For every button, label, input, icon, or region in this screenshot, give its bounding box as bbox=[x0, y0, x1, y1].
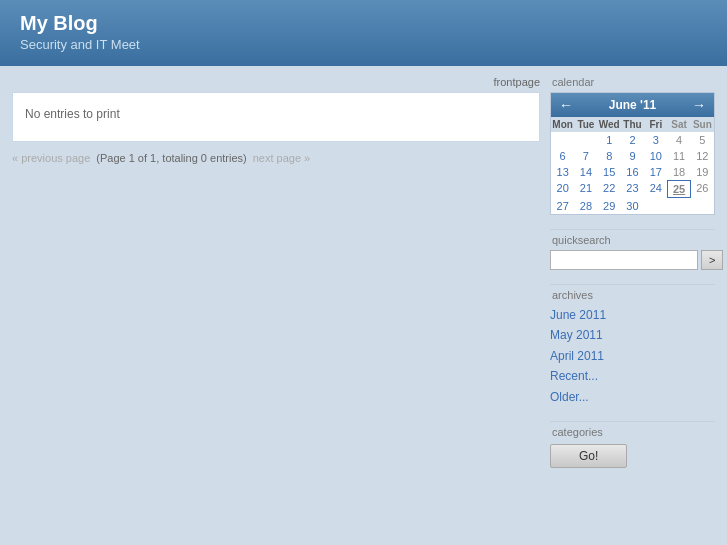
cal-day[interactable]: 18 bbox=[667, 164, 690, 180]
cal-day[interactable]: 15 bbox=[598, 164, 621, 180]
cal-day bbox=[574, 132, 597, 148]
cal-day[interactable]: 1 bbox=[598, 132, 621, 148]
cal-day-header: Thu bbox=[621, 117, 644, 132]
cal-day-header: Fri bbox=[644, 117, 667, 132]
cal-day-header: Mon bbox=[551, 117, 574, 132]
cal-day[interactable]: 17 bbox=[644, 164, 667, 180]
cal-prev-button[interactable]: ← bbox=[557, 97, 575, 113]
cal-day[interactable]: 7 bbox=[574, 148, 597, 164]
archive-link[interactable]: June 2011 bbox=[550, 305, 715, 325]
content-area: frontpage No entries to print « previous… bbox=[12, 76, 540, 482]
next-page-link[interactable]: next page » bbox=[253, 152, 311, 164]
cal-day[interactable]: 12 bbox=[691, 148, 714, 164]
cal-day[interactable]: 11 bbox=[667, 148, 690, 164]
entries-box: No entries to print bbox=[12, 92, 540, 142]
frontpage-label: frontpage bbox=[12, 76, 540, 88]
cal-day[interactable]: 8 bbox=[598, 148, 621, 164]
cal-day[interactable]: 5 bbox=[691, 132, 714, 148]
cal-day[interactable]: 3 bbox=[644, 132, 667, 148]
prev-page-link[interactable]: « previous page bbox=[12, 152, 90, 164]
go-button[interactable]: Go! bbox=[550, 444, 627, 468]
cal-day[interactable]: 10 bbox=[644, 148, 667, 164]
categories-widget: categories Go! bbox=[550, 421, 715, 468]
header: My Blog Security and IT Meet bbox=[0, 0, 727, 66]
calendar-label: calendar bbox=[550, 76, 715, 88]
cal-day[interactable]: 22 bbox=[598, 180, 621, 198]
cal-day bbox=[551, 132, 574, 148]
no-entries-text: No entries to print bbox=[25, 107, 120, 121]
archives-label: archives bbox=[550, 289, 715, 301]
calendar-days-header: MonTueWedThuFriSatSun bbox=[551, 117, 714, 132]
cal-day[interactable]: 14 bbox=[574, 164, 597, 180]
cal-day-header: Sun bbox=[691, 117, 714, 132]
cal-month-year: June '11 bbox=[609, 98, 657, 112]
archive-link[interactable]: Older... bbox=[550, 387, 715, 407]
quicksearch-widget: quicksearch > bbox=[550, 229, 715, 270]
archive-link[interactable]: May 2011 bbox=[550, 325, 715, 345]
pagination: « previous page (Page 1 of 1, totaling 0… bbox=[12, 152, 540, 164]
calendar-box: ← June '11 → MonTueWedThuFriSatSun 12345… bbox=[550, 92, 715, 215]
cal-day bbox=[691, 198, 714, 214]
sidebar: calendar ← June '11 → MonTueWedThuFriSat… bbox=[550, 76, 715, 482]
cal-day[interactable]: 19 bbox=[691, 164, 714, 180]
cal-day[interactable]: 30 bbox=[621, 198, 644, 214]
cal-day[interactable]: 29 bbox=[598, 198, 621, 214]
cal-day[interactable]: 25 bbox=[667, 180, 690, 198]
cal-next-button[interactable]: → bbox=[690, 97, 708, 113]
divider bbox=[550, 229, 715, 230]
cal-day bbox=[667, 198, 690, 214]
blog-subtitle: Security and IT Meet bbox=[20, 37, 707, 52]
cal-day[interactable]: 2 bbox=[621, 132, 644, 148]
divider3 bbox=[550, 421, 715, 422]
cal-day[interactable]: 16 bbox=[621, 164, 644, 180]
blog-title: My Blog bbox=[20, 12, 707, 35]
cal-day[interactable]: 26 bbox=[691, 180, 714, 198]
quicksearch-box: > bbox=[550, 250, 715, 270]
cal-day-header: Tue bbox=[574, 117, 597, 132]
calendar-widget: calendar ← June '11 → MonTueWedThuFriSat… bbox=[550, 76, 715, 215]
cal-day[interactable]: 6 bbox=[551, 148, 574, 164]
cal-day[interactable]: 4 bbox=[667, 132, 690, 148]
archives-list: June 2011May 2011April 2011Recent...Olde… bbox=[550, 305, 715, 407]
search-button[interactable]: > bbox=[701, 250, 723, 270]
categories-label: categories bbox=[550, 426, 715, 438]
quicksearch-label: quicksearch bbox=[550, 234, 715, 246]
categories-go: Go! bbox=[550, 444, 715, 468]
cal-day-header: Sat bbox=[667, 117, 690, 132]
cal-day[interactable]: 28 bbox=[574, 198, 597, 214]
archive-link[interactable]: April 2011 bbox=[550, 346, 715, 366]
main-wrapper: frontpage No entries to print « previous… bbox=[0, 66, 727, 492]
calendar-header: ← June '11 → bbox=[551, 93, 714, 117]
cal-day[interactable]: 21 bbox=[574, 180, 597, 198]
archives-widget: archives June 2011May 2011April 2011Rece… bbox=[550, 284, 715, 407]
cal-day[interactable]: 13 bbox=[551, 164, 574, 180]
cal-day[interactable]: 23 bbox=[621, 180, 644, 198]
cal-day[interactable]: 27 bbox=[551, 198, 574, 214]
page-info: (Page 1 of 1, totaling 0 entries) bbox=[96, 152, 246, 164]
archive-link[interactable]: Recent... bbox=[550, 366, 715, 386]
cal-day[interactable]: 24 bbox=[644, 180, 667, 198]
cal-day[interactable]: 9 bbox=[621, 148, 644, 164]
divider2 bbox=[550, 284, 715, 285]
cal-day-header: Wed bbox=[598, 117, 621, 132]
search-input[interactable] bbox=[550, 250, 698, 270]
cal-day[interactable]: 20 bbox=[551, 180, 574, 198]
calendar-grid: 1234567891011121314151617181920212223242… bbox=[551, 132, 714, 214]
cal-day bbox=[644, 198, 667, 214]
